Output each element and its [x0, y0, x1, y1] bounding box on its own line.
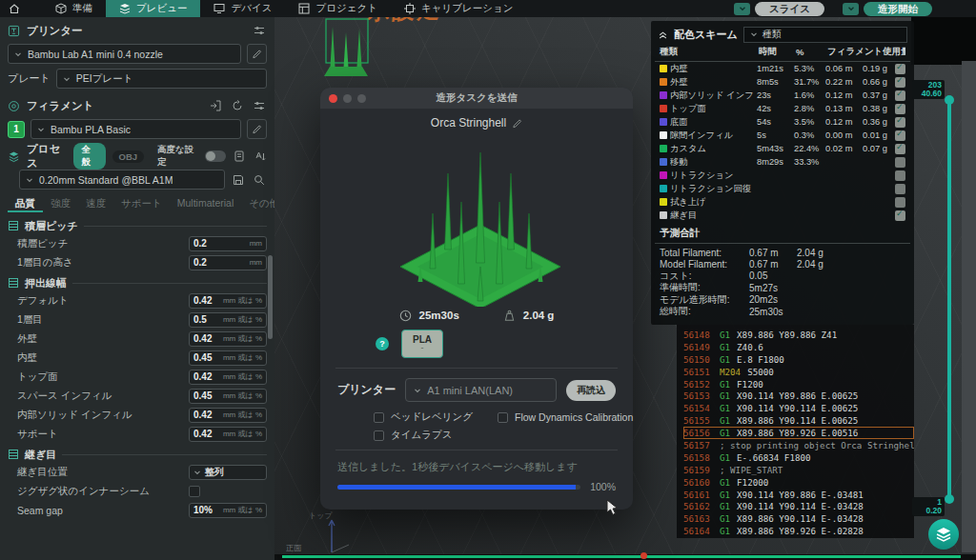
gcode-line[interactable]: 56164G1X89.886 Y89.926 E-.02828: [683, 525, 914, 537]
feature-visibility-checkbox[interactable]: [895, 184, 905, 194]
maximize-button[interactable]: [357, 94, 366, 103]
feature-row[interactable]: 底面54s3.5%0.12 m0.36 g: [655, 115, 910, 129]
gcode-line[interactable]: 56162G1X90.114 Y90.114 E-.03428: [683, 500, 914, 512]
gcode-line[interactable]: 56155G1X89.886 Y90.114 E.00625: [683, 414, 914, 427]
gcode-line[interactable]: 56150G1E.8 F1800: [683, 353, 914, 366]
process-tab-0[interactable]: 品質: [8, 195, 43, 212]
bed-leveling-checkbox[interactable]: [374, 412, 384, 423]
advanced-settings-toggle[interactable]: [205, 150, 226, 162]
param-input[interactable]: 0.45mm 或は %: [189, 389, 267, 404]
feature-visibility-checkbox[interactable]: [895, 117, 905, 128]
param-input[interactable]: 0.42mm 或は %: [189, 408, 267, 423]
gcode-line[interactable]: 56156G1X89.886 Y89.926 E.00516: [683, 427, 914, 439]
process-tab-1[interactable]: 強度: [43, 195, 78, 212]
feature-row[interactable]: カスタム5m43s22.4%0.02 m0.07 g: [655, 142, 910, 155]
layer-slider-top-handle[interactable]: [945, 95, 954, 105]
process-sort-button[interactable]: [254, 149, 267, 164]
scheme-select[interactable]: 種類: [743, 27, 907, 43]
timelapse-checkbox[interactable]: [374, 430, 384, 441]
orientation-gizmo[interactable]: トップ 正面: [282, 510, 358, 560]
feature-row[interactable]: 継ぎ目: [655, 209, 910, 222]
param-checkbox[interactable]: [189, 486, 200, 497]
feature-row[interactable]: 隙間インフィル5s0.3%0.00 m0.01 g: [655, 129, 910, 142]
tab-preview[interactable]: プレビュー: [106, 0, 200, 17]
collapse-icon[interactable]: [658, 30, 668, 40]
param-input[interactable]: 0.42mm 或は %: [189, 293, 267, 309]
filament-export-button[interactable]: [208, 98, 223, 113]
gcode-line[interactable]: 56157; stop printing object Orca Stringh…: [683, 439, 914, 451]
move-slider-marker[interactable]: [640, 552, 647, 559]
feature-visibility-checkbox[interactable]: [895, 90, 905, 101]
preset-search-button[interactable]: [252, 172, 267, 188]
feature-row[interactable]: 外壁8m5s31.7%0.22 m0.66 g: [655, 75, 910, 89]
gcode-line[interactable]: 56163G1X89.886 Y90.114 E-.03428: [683, 512, 914, 525]
slice-button[interactable]: スライス: [755, 2, 824, 16]
param-input[interactable]: 0.42mm 或は %: [189, 370, 267, 385]
filament-select[interactable]: Bambu PLA Basic: [30, 119, 241, 139]
tab-prepare[interactable]: 準備: [42, 0, 106, 17]
flow-calibration-checkbox[interactable]: [498, 412, 508, 423]
param-input[interactable]: 0.2mm: [189, 236, 267, 251]
timelapse-option[interactable]: タイムラプス: [374, 429, 452, 442]
process-tab-2[interactable]: 速度: [78, 195, 113, 212]
feature-row[interactable]: 拭き上げ: [655, 195, 910, 209]
gcode-line[interactable]: 56158G1E-.66834 F1800: [683, 451, 914, 464]
feature-row[interactable]: リトラクション: [655, 169, 910, 182]
gcode-line[interactable]: 56152G1F1200: [683, 378, 914, 390]
filament-sync-button[interactable]: [230, 98, 245, 113]
tab-project[interactable]: プロジェクト: [285, 0, 390, 17]
gcode-line[interactable]: 56148G1X89.886 Y89.886 Z41: [683, 329, 914, 341]
process-tab-4[interactable]: Multimaterial: [170, 195, 242, 212]
flow-calibration-option[interactable]: Flow Dynamics Calibration: [498, 410, 633, 424]
feature-visibility-checkbox[interactable]: [895, 157, 905, 168]
dialog-titlebar[interactable]: 造形タスクを送信: [320, 88, 633, 109]
gcode-viewer[interactable]: 56148G1X89.886 Y89.886 Z4156149G1Z40.656…: [677, 325, 914, 538]
feature-visibility-checkbox[interactable]: [895, 64, 905, 74]
target-printer-select[interactable]: A1 mini LAN(LAN): [405, 378, 557, 402]
gcode-line[interactable]: 56160G1F12000: [683, 476, 914, 489]
tab-calibration[interactable]: キャリブレーション: [391, 0, 526, 17]
feature-visibility-checkbox[interactable]: [895, 170, 905, 181]
plate-select[interactable]: PEIプレート: [56, 69, 267, 89]
param-select[interactable]: 整列: [189, 465, 267, 480]
layer-slider[interactable]: [947, 100, 951, 499]
move-slider[interactable]: [282, 555, 961, 558]
tab-device[interactable]: デバイス: [200, 0, 285, 17]
print-dropdown-button[interactable]: [843, 3, 859, 15]
gcode-line[interactable]: 56154G1X90.114 Y90.114 E.00625: [683, 402, 914, 414]
process-scope-objects[interactable]: OBJ: [112, 150, 145, 163]
help-icon[interactable]: ?: [376, 337, 389, 350]
gcode-line[interactable]: 56161G1X90.114 Y89.886 E-.03481: [683, 489, 914, 501]
minimize-button[interactable]: [343, 94, 352, 103]
filament-settings-button[interactable]: [252, 98, 267, 113]
param-input[interactable]: 0.5mm 或は %: [189, 312, 267, 328]
param-input[interactable]: 10%mm 或は %: [189, 503, 267, 518]
param-input[interactable]: 0.42mm 或は %: [189, 331, 267, 347]
layer-slider-bottom-handle[interactable]: [945, 494, 954, 504]
feature-row[interactable]: トップ面42s2.8%0.13 m0.38 g: [655, 102, 910, 115]
refresh-button[interactable]: 再読込: [566, 380, 616, 401]
bed-leveling-option[interactable]: ベッドレベリング: [374, 410, 473, 424]
process-scope-global[interactable]: 全般: [73, 143, 105, 170]
process-doc-button[interactable]: [233, 149, 246, 164]
feature-row[interactable]: 内部ソリッド インフィル23s1.6%0.12 m0.37 g: [655, 89, 910, 102]
close-button[interactable]: [329, 94, 337, 103]
gcode-line[interactable]: 56159; WIPE_START: [683, 464, 914, 476]
filament-edit-button[interactable]: [247, 119, 267, 139]
printer-select[interactable]: Bambu Lab A1 mini 0.4 nozzle: [8, 44, 241, 64]
slice-dropdown-button[interactable]: [734, 3, 750, 15]
feature-visibility-checkbox[interactable]: [895, 197, 905, 208]
param-input[interactable]: 0.45mm 或は %: [189, 350, 267, 366]
feature-row[interactable]: リトラクション回復: [655, 182, 910, 195]
process-tab-5[interactable]: その他: [241, 195, 274, 212]
feature-visibility-checkbox[interactable]: [895, 77, 905, 88]
gcode-line[interactable]: 56151M204S5000: [683, 366, 914, 378]
printer-settings-button[interactable]: [252, 23, 267, 38]
sidebar-scrollbar[interactable]: [268, 255, 273, 339]
feature-row[interactable]: 内壁1m21s5.3%0.06 m0.19 g: [655, 62, 910, 75]
preset-save-button[interactable]: [231, 172, 246, 188]
process-preset-select[interactable]: 0.20mm Standard @BBL A1M: [19, 170, 225, 190]
feature-visibility-checkbox[interactable]: [895, 130, 905, 141]
gcode-line[interactable]: 56149G1Z40.6: [683, 341, 914, 353]
home-button[interactable]: [0, 3, 29, 14]
